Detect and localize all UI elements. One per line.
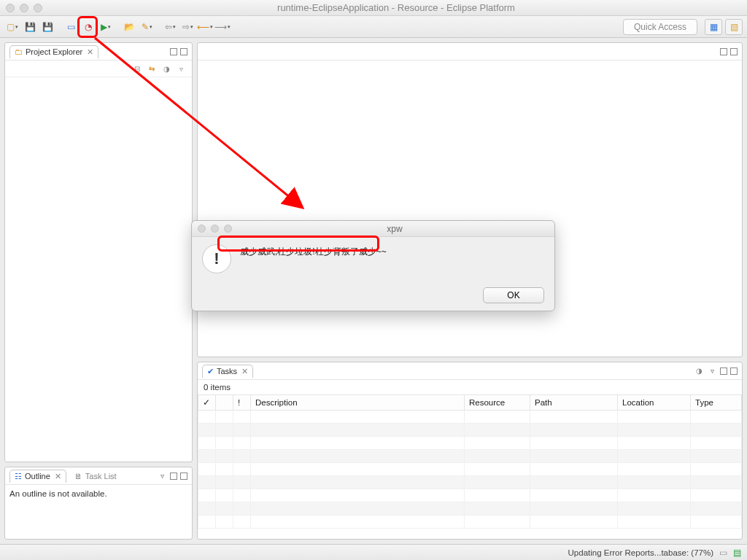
focus-task-icon[interactable]: ◑ xyxy=(694,366,704,376)
tasks-column-header[interactable]: Type xyxy=(691,395,742,411)
save-all-button[interactable]: 💾 xyxy=(39,19,55,35)
collapse-all-icon[interactable]: ⊟ xyxy=(132,63,142,74)
project-explorer-title: Project Explorer xyxy=(26,47,82,56)
dialog-titlebar[interactable]: xpw xyxy=(192,221,554,237)
outline-tab[interactable]: ☷ Outline ✕ xyxy=(9,470,66,483)
minimize-window-icon[interactable] xyxy=(20,4,28,12)
focus-task-icon[interactable]: ◑ xyxy=(161,63,171,74)
view-menu-icon[interactable]: ▿ xyxy=(157,471,167,481)
minimize-view-icon[interactable] xyxy=(720,368,727,375)
table-row[interactable] xyxy=(198,516,742,529)
close-icon[interactable]: ✕ xyxy=(87,47,93,57)
open-folder-button[interactable]: 📂 xyxy=(121,19,137,35)
outline-body: An outline is not available. xyxy=(5,485,192,539)
window-title: runtime-EclipseApplication - Resource - … xyxy=(51,2,741,13)
dialog-zoom-icon[interactable] xyxy=(224,225,232,233)
dialog-close-icon[interactable] xyxy=(198,225,206,233)
tasklist-icon: 🗎 xyxy=(74,472,82,481)
status-bar: Updating Error Reports...tabase: (77%) ▭… xyxy=(0,544,747,560)
outline-empty-text: An outline is not available. xyxy=(9,489,107,498)
ok-button[interactable]: OK xyxy=(483,287,544,303)
dialog-minimize-icon[interactable] xyxy=(211,225,219,233)
task-list-title: Task List xyxy=(85,472,117,481)
tasks-column-header[interactable]: Location xyxy=(618,395,691,411)
view-menu-icon[interactable]: ▿ xyxy=(707,366,717,376)
maximize-view-icon[interactable] xyxy=(180,472,187,480)
tasks-tab[interactable]: ✔ Tasks ✕ xyxy=(202,365,253,378)
progress-stop-icon[interactable]: ▭ xyxy=(719,548,727,558)
tasks-column-header[interactable]: Path xyxy=(530,395,618,411)
sample-action-button[interactable]: ◔ xyxy=(80,19,96,35)
progress-view-icon[interactable]: ▤ xyxy=(733,548,741,558)
folder-icon: 🗀 xyxy=(15,47,23,56)
minimize-view-icon[interactable] xyxy=(720,48,727,55)
search-button[interactable]: ✎▾ xyxy=(139,19,155,35)
nav-next-button[interactable]: ⇨▾ xyxy=(179,19,196,35)
run-button[interactable]: ▶▾ xyxy=(98,19,114,35)
minimize-view-icon[interactable] xyxy=(170,48,177,55)
tasks-column-header[interactable] xyxy=(216,395,233,411)
outline-view: ☷ Outline ✕ 🗎 Task List ▿ An outline is … xyxy=(4,467,193,540)
table-row[interactable] xyxy=(198,437,742,450)
close-icon[interactable]: ✕ xyxy=(241,367,248,376)
table-row[interactable] xyxy=(198,476,742,489)
tasks-count-label: 0 items xyxy=(198,380,742,394)
tasks-column-header[interactable]: ✓ xyxy=(198,395,216,411)
tasks-table[interactable]: ✓!DescriptionResourcePathLocationType xyxy=(198,394,742,529)
back-button[interactable]: ⟵▾ xyxy=(197,19,213,35)
warning-icon: ! xyxy=(202,244,231,273)
tasks-column-header[interactable]: Description xyxy=(251,395,465,411)
quick-access-field[interactable]: Quick Access xyxy=(623,19,697,35)
project-explorer-view: 🗀 Project Explorer ✕ ⊟ ⇆ ◑ ▿ xyxy=(4,42,193,462)
nav-prev-button[interactable]: ⇦▾ xyxy=(162,19,178,35)
maximize-view-icon[interactable] xyxy=(730,48,738,55)
table-row[interactable] xyxy=(198,489,742,502)
link-editor-icon[interactable]: ⇆ xyxy=(147,63,157,74)
resource-perspective-button[interactable]: ▧ xyxy=(725,19,743,35)
task-list-tab[interactable]: 🗎 Task List xyxy=(69,470,122,482)
maximize-view-icon[interactable] xyxy=(730,368,738,375)
new-button[interactable]: ▢▾ xyxy=(4,19,20,35)
dialog-message: 威少威武,杜少垃圾!杜少背叛了威少~~ xyxy=(240,244,387,258)
dialog-title: xpw xyxy=(241,224,549,234)
tasks-title: Tasks xyxy=(217,367,237,376)
window-controls[interactable] xyxy=(6,4,42,12)
window-titlebar: runtime-EclipseApplication - Resource - … xyxy=(0,0,747,16)
open-type-button[interactable]: ▭ xyxy=(63,19,79,35)
table-row[interactable] xyxy=(198,411,742,424)
tasks-column-header[interactable]: Resource xyxy=(465,395,530,411)
main-toolbar: ▢▾ 💾 💾 ▭ ◔ ▶▾ 📂 ✎▾ ⇦▾ ⇨▾ ⟵▾ ⟶▾ Quick Acc… xyxy=(0,16,747,38)
outline-icon: ☷ xyxy=(15,472,22,481)
table-row[interactable] xyxy=(198,463,742,476)
open-perspective-button[interactable]: ▦ xyxy=(705,19,722,35)
save-button[interactable]: 💾 xyxy=(22,19,38,35)
close-icon[interactable]: ✕ xyxy=(55,472,61,481)
minimize-view-icon[interactable] xyxy=(170,472,177,480)
table-row[interactable] xyxy=(198,424,742,437)
table-row[interactable] xyxy=(198,502,742,516)
tasks-icon: ✔ xyxy=(207,367,214,376)
status-job-label: Updating Error Reports...tabase: (77%) xyxy=(568,548,713,557)
tasks-view: ✔ Tasks ✕ ◑ ▿ 0 items xyxy=(197,362,743,540)
tasks-column-header[interactable]: ! xyxy=(233,395,251,411)
view-menu-icon[interactable]: ▿ xyxy=(176,63,186,74)
close-window-icon[interactable] xyxy=(6,4,15,12)
table-row[interactable] xyxy=(198,450,742,463)
project-explorer-tab[interactable]: 🗀 Project Explorer ✕ xyxy=(9,45,98,58)
forward-button[interactable]: ⟶▾ xyxy=(214,19,231,35)
project-explorer-tree[interactable] xyxy=(5,77,192,462)
outline-title: Outline xyxy=(25,472,50,481)
zoom-window-icon[interactable] xyxy=(34,4,42,12)
maximize-view-icon[interactable] xyxy=(180,48,187,55)
message-dialog: xpw ! 威少威武,杜少垃圾!杜少背叛了威少~~ OK xyxy=(191,220,555,311)
